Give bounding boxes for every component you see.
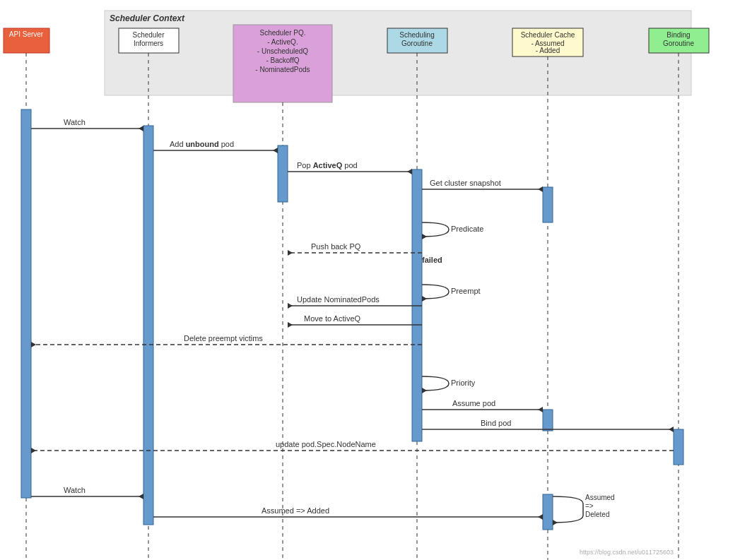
svg-text:Deleted: Deleted (585, 511, 609, 518)
svg-text:Scheduler Context: Scheduler Context (110, 13, 185, 23)
svg-rect-37 (543, 494, 553, 530)
svg-text:=>: => (585, 502, 594, 510)
svg-text:Informers: Informers (134, 40, 163, 47)
svg-text:Delete preempt victims: Delete preempt victims (184, 334, 263, 342)
svg-rect-32 (278, 145, 288, 202)
svg-text:Move to ActiveQ: Move to ActiveQ (304, 314, 361, 323)
svg-text:Goroutine: Goroutine (663, 40, 694, 47)
svg-text:Scheduler: Scheduler (132, 31, 165, 39)
sequence-diagram: Scheduler Context API Server Scheduler I… (0, 0, 740, 560)
svg-text:Scheduling: Scheduling (399, 31, 434, 39)
svg-text:- UnscheduledQ: - UnscheduledQ (257, 47, 308, 55)
svg-text:Get cluster snapshot: Get cluster snapshot (430, 179, 501, 187)
svg-text:failed: failed (422, 256, 442, 264)
svg-rect-31 (143, 126, 153, 525)
svg-text:Assume pod: Assume pod (452, 399, 495, 407)
svg-text:Scheduler Cache: Scheduler Cache (521, 31, 575, 39)
svg-text:Binding: Binding (666, 31, 690, 39)
svg-text:- Added: - Added (536, 47, 560, 54)
svg-text:Push back PQ: Push back PQ (311, 242, 361, 251)
svg-text:Scheduler PQ.: Scheduler PQ. (259, 29, 305, 37)
svg-rect-35 (543, 410, 553, 431)
svg-rect-30 (21, 109, 31, 498)
svg-rect-36 (674, 429, 683, 465)
diagram-svg: Scheduler Context API Server Scheduler I… (0, 0, 740, 560)
svg-text:Assumed: Assumed (585, 494, 615, 501)
svg-text:Assumed => Added: Assumed => Added (262, 506, 329, 515)
svg-text:update pod.Spec.NodeName: update pod.Spec.NodeName (276, 440, 376, 448)
svg-text:API Server: API Server (9, 30, 44, 38)
svg-text:Watch: Watch (64, 486, 86, 494)
svg-text:Watch: Watch (64, 118, 86, 126)
svg-text:- NominatedPods: - NominatedPods (255, 66, 310, 73)
svg-text:https://blog.csdn.net/u0117256: https://blog.csdn.net/u011725603 (580, 549, 674, 556)
svg-text:- ActiveQ.: - ActiveQ. (267, 38, 298, 46)
svg-text:Preempt: Preempt (451, 287, 481, 295)
svg-text:Bind pod: Bind pod (481, 419, 511, 427)
svg-text:Goroutine: Goroutine (401, 40, 433, 47)
svg-text:Priority: Priority (451, 379, 476, 387)
svg-text:- BackoffQ: - BackoffQ (266, 56, 299, 64)
svg-text:Add unbound pod: Add unbound pod (170, 140, 234, 148)
svg-rect-34 (543, 187, 553, 222)
svg-text:Update NominatedPods: Update NominatedPods (297, 295, 380, 304)
svg-text:Pop ActiveQ pod: Pop ActiveQ pod (297, 161, 358, 169)
svg-text:Predicate: Predicate (451, 225, 483, 233)
